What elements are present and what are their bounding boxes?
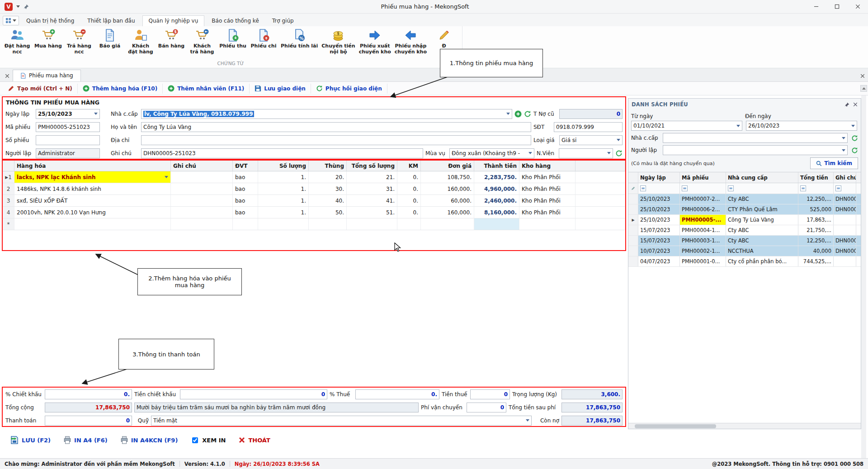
app-menu-button[interactable]	[3, 16, 19, 25]
add-item-button[interactable]: Thêm hàng hóa (F10)	[78, 84, 163, 94]
item-row[interactable]: 3 sxđ, SIÊU xỐP ĐẤT bao 1. 40. 41. 0. 60…	[3, 195, 625, 207]
horizontal-scrollbar[interactable]	[628, 423, 861, 429]
search-button[interactable]: Tìm kiếm	[810, 157, 858, 169]
pin-icon[interactable]	[24, 4, 29, 9]
discount-pct-field[interactable]	[45, 389, 132, 399]
document-tab-phieu-mua-hang[interactable]: Phiếu mua hàng	[13, 70, 81, 81]
col-so-luong[interactable]: Số lượng	[258, 161, 309, 171]
col-thung[interactable]: Thùng	[309, 161, 347, 171]
price-type-combo[interactable]: Giá sỉ	[559, 135, 623, 145]
col-km[interactable]: KM	[397, 161, 421, 171]
filter-supplier-combo[interactable]	[663, 133, 848, 143]
receipt-row[interactable]: 15/07/2023 PMH00004-1... Cty ABC 21,750,…	[628, 225, 861, 236]
employee-combo[interactable]	[559, 148, 613, 158]
pin-icon[interactable]	[844, 102, 849, 107]
tax-pct-field[interactable]	[355, 389, 439, 399]
ribbon-button-khach-dat-hang[interactable]: Khách đặt hàng	[125, 26, 156, 61]
to-date-picker[interactable]: 26/10/2023	[746, 121, 857, 131]
total-after-fee-field[interactable]	[561, 403, 623, 412]
receipt-row[interactable]: 04/07/2023 PMH00001-0... Cty cổ phần phâ…	[628, 256, 861, 267]
restore-layout-button[interactable]: Phục hồi giao diện	[311, 84, 387, 94]
close-button[interactable]	[847, 0, 868, 14]
refresh-icon[interactable]	[851, 147, 858, 154]
ribbon-button-tra-hang-ncc[interactable]: Trả hàng ncc	[64, 26, 94, 61]
new-button[interactable]: Tạo mới (Ctrl + N)	[3, 84, 78, 94]
equals-filter-icon[interactable]	[835, 185, 841, 191]
receipt-row-selected[interactable]: ▶ 25/10/2023 PMH00005-... Công Ty Lúa Và…	[628, 215, 861, 225]
note-field[interactable]	[141, 148, 423, 158]
item-row[interactable]: ▶1 lacks, NPK lạc Khánh sinh bao 1. 20. …	[3, 171, 625, 183]
scrollbar-thumb[interactable]	[635, 424, 716, 428]
tax-amount-field[interactable]	[470, 389, 510, 399]
close-tab-icon[interactable]	[2, 71, 13, 81]
ngay-lap-date-picker[interactable]: 25/10/2023	[36, 109, 100, 119]
receipt-number-field[interactable]	[36, 135, 100, 145]
ribbon-button-phieu-xuat-chuyen-kho[interactable]: Phiếu xuất chuyển kho	[357, 26, 393, 61]
filter-creator-combo[interactable]	[663, 145, 848, 155]
ribbon-button-bao-gia[interactable]: Báo giá	[94, 26, 125, 61]
weight-field[interactable]	[561, 389, 623, 399]
col-ngay-lap[interactable]: Ngày lập	[638, 172, 680, 183]
receipt-row[interactable]: 25/10/2023 PMH00007-2... Cty ABC 12,250,…	[628, 194, 861, 204]
new-item-row[interactable]: *	[3, 218, 625, 230]
col-nha-cung-cap[interactable]: Nhà cung cấp	[726, 172, 798, 183]
ribbon-button-mua-hang[interactable]: Mua hàng	[33, 26, 64, 61]
scroll-up-icon[interactable]	[860, 85, 867, 92]
old-debt-field[interactable]	[559, 109, 623, 119]
item-name-cell[interactable]: lacks, NPK lạc Khánh sinh	[14, 171, 171, 183]
refresh-supplier-icon[interactable]	[524, 110, 531, 118]
ribbon-tab-quan-ly-nghiep-vu[interactable]: Quản lý nghiệp vụ	[142, 15, 205, 26]
col-tong-tien[interactable]: Tổng tiền	[798, 172, 834, 183]
discount-amount-field[interactable]	[180, 389, 327, 399]
close-document-icon[interactable]	[857, 71, 868, 81]
fund-combo[interactable]: Tiền mặt	[151, 416, 532, 426]
supplier-name-field[interactable]	[141, 122, 531, 132]
col-hang-hoa[interactable]: Hàng hóa	[14, 161, 171, 171]
ribbon-button-phieu-thu[interactable]: Phiếu thu	[217, 26, 248, 61]
creator-field[interactable]	[36, 148, 100, 158]
address-field[interactable]	[141, 135, 531, 145]
ribbon-button-chuyen-tien-noi-bo[interactable]: $ Chuyển tiền nội bộ	[320, 26, 357, 61]
remaining-debt-field[interactable]	[561, 416, 623, 426]
item-row[interactable]: 4 20010vh, NPK 20.0.10 Vạn Hưng bao 1. 5…	[3, 207, 625, 218]
preview-checkbox-input[interactable]	[192, 437, 198, 443]
receipt-row[interactable]: 15/07/2023 PMH00003-1... Cty ABC 12,250,…	[628, 236, 861, 246]
ribbon-tab-quan-tri-he-thong[interactable]: Quản trị hệ thống	[20, 16, 80, 26]
ribbon-button-phieu-nhap-chuyen-kho[interactable]: Phiếu nhập chuyển kho	[393, 26, 429, 61]
col-thanh-tien[interactable]: Thành tiền	[474, 161, 519, 171]
ribbon-button-khach-tra-hang[interactable]: Khách trả hàng	[187, 26, 217, 61]
ribbon-button-phieu-tinh-lai[interactable]: % Phiếu tính lãi	[279, 26, 320, 61]
ribbon-tab-tro-giup[interactable]: Trợ giúp	[266, 16, 300, 26]
close-panel-icon[interactable]	[853, 102, 858, 107]
add-supplier-icon[interactable]	[514, 110, 522, 118]
ribbon-tab-bao-cao-thong-ke[interactable]: Báo cáo thống kê	[206, 16, 264, 26]
paid-field[interactable]	[45, 416, 132, 426]
save-layout-button[interactable]: Lưu giao diện	[250, 84, 311, 94]
ribbon-button-phieu-chi[interactable]: Phiếu chi	[248, 26, 279, 61]
item-row[interactable]: 2 1486ks, NPK 14.8.6 khánh sinh bao 1. 3…	[3, 183, 625, 195]
exit-button[interactable]: THOÁT	[233, 434, 275, 446]
amount-in-words-field[interactable]	[134, 403, 419, 412]
equals-filter-icon[interactable]	[800, 185, 806, 191]
col-don-gia[interactable]: Đơn giá	[421, 161, 474, 171]
receipt-row[interactable]: 25/10/2023 PMH00006-2... CTY Phân Quế Lâ…	[628, 204, 861, 215]
refresh-employee-icon[interactable]	[615, 150, 623, 157]
maximize-button[interactable]	[826, 0, 847, 14]
save-button[interactable]: LƯU (F2)	[5, 434, 56, 446]
print-a4kcn-button[interactable]: IN A4KCN (F9)	[115, 434, 184, 446]
col-tong-so-luong[interactable]: Tổng số lượng	[347, 161, 397, 171]
ribbon-tab-thiet-lap-ban-dau[interactable]: Thiết lập ban đầu	[81, 16, 141, 26]
print-a4-button[interactable]: IN A4 (F6)	[58, 434, 113, 446]
col-ghi-chu[interactable]: Ghi chú	[834, 172, 856, 183]
refresh-icon[interactable]	[851, 135, 858, 142]
supplier-combo[interactable]: lv, Công Ty Lúa Vàng, 0918.079.999	[141, 109, 512, 119]
shipping-fee-field[interactable]	[467, 403, 506, 412]
col-dvt[interactable]: ĐVT	[233, 161, 258, 171]
ribbon-button-dat-hang-ncc[interactable]: Đặt hàng ncc	[2, 26, 33, 61]
chevron-down-icon[interactable]	[16, 5, 20, 8]
equals-filter-icon[interactable]	[728, 185, 734, 191]
season-combo[interactable]: Đông xuân (Khoảng th9 -	[449, 148, 534, 158]
col-kho-hang[interactable]: Kho hàng	[519, 161, 576, 171]
add-employee-button[interactable]: Thêm nhân viên (F11)	[163, 84, 250, 94]
receipt-code-field[interactable]	[36, 122, 100, 132]
